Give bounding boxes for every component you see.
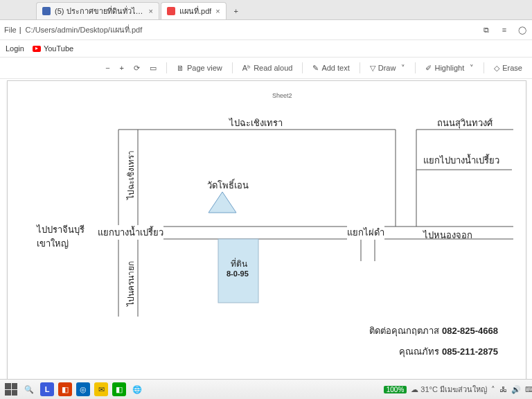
profile-icon[interactable]: ◯	[517, 24, 528, 35]
label-yaek-bang-nam-preaw: แยกบางน้ำเปรี้ยว	[98, 225, 163, 240]
tab-title: แผนที่.pdf	[179, 5, 211, 17]
chevron-down-icon: ˅	[401, 64, 405, 73]
pdf-toolbar: − + ⟳ ▭ 🗎Page view AᵇRead aloud ✎Add tex…	[0, 57, 532, 79]
reader-icon[interactable]: ≡	[499, 24, 510, 35]
taskbar-app-3[interactable]: ✉	[94, 382, 108, 396]
read-aloud-button[interactable]: AᵇRead aloud	[242, 64, 293, 73]
svg-marker-13	[209, 192, 236, 213]
tab-pdf[interactable]: แผนที่.pdf ×	[161, 2, 227, 19]
network-icon[interactable]: 🖧	[499, 385, 507, 393]
label-to-chachoengsao-vertical: ไปฉะเชิงเทรา	[124, 150, 137, 200]
start-button[interactable]	[4, 382, 18, 396]
pdf-icon	[167, 7, 175, 15]
youtube-icon	[33, 46, 41, 52]
pdf-page: Sheet2	[7, 80, 526, 380]
language-icon[interactable]: ⌨	[525, 385, 532, 394]
new-tab-button[interactable]: +	[228, 3, 245, 19]
chevron-down-icon: ˅	[470, 64, 474, 73]
zoom-out-button[interactable]: −	[105, 64, 109, 72]
label-to-nakhon-nayok-vertical: ไปนครนายก	[124, 261, 137, 306]
label-to-nong-chok: ไปหนองจอก	[423, 228, 472, 242]
facebook-icon	[42, 7, 51, 15]
erase-button[interactable]: ◇Erase	[494, 64, 522, 73]
favorites-bar: Login YouTube	[0, 40, 532, 57]
label-wat-pho-en: วัดโพธิ์เอน	[207, 178, 249, 193]
label-land: ที่ดิน	[231, 257, 247, 270]
collections-icon[interactable]: ⧉	[481, 24, 492, 35]
fav-login[interactable]: Login	[6, 44, 24, 53]
tab-strip: (5) ประกาศขายที่ดินทั่วไทย | Facebo × แผ…	[0, 0, 532, 20]
tab-title: (5) ประกาศขายที่ดินทั่วไทย | Facebo	[55, 5, 145, 17]
taskbar-app-4[interactable]: ◧	[112, 382, 126, 396]
add-text-button[interactable]: ✎Add text	[312, 64, 349, 73]
label-suwinthawong-rd: ถนนสุวินทวงศ์	[437, 116, 493, 130]
pdf-viewport[interactable]: Sheet2	[0, 79, 532, 382]
draw-button[interactable]: ▽Draw˅	[370, 64, 406, 73]
weather-widget[interactable]: ☁ 31°C มีเมฆส่วนใหญ่	[411, 383, 487, 396]
rotate-button[interactable]: ⟳	[134, 64, 140, 73]
highlight-button[interactable]: ✐Highlight˅	[425, 64, 474, 73]
label-yaek-to-bang-nam-preaw: แยกไปบางน้ำเปรี้ยว	[423, 153, 499, 168]
label-land-area: 8-0-95	[227, 269, 249, 278]
chevron-up-icon[interactable]: ˄	[491, 385, 495, 394]
label-to-chachoengsao: ไปฉะเชิงเทรา	[229, 116, 283, 130]
tab-facebook[interactable]: (5) ประกาศขายที่ดินทั่วไทย | Facebo ×	[36, 2, 159, 19]
url-text[interactable]: C:/Users/admin/Desktop/แผนที่.pdf	[26, 24, 474, 36]
fav-youtube[interactable]: YouTube	[33, 44, 73, 53]
page-view-button[interactable]: 🗎Page view	[177, 64, 222, 72]
label-to-prachinburi: ไปปราจีนบุรี	[37, 222, 85, 237]
taskbar-app-1[interactable]: L	[40, 382, 54, 396]
system-tray[interactable]: 100% ☁ 31°C มีเมฆส่วนใหญ่ ˄ 🖧 🔊 ⌨	[384, 383, 532, 396]
zoom-in-button[interactable]: +	[120, 64, 124, 72]
label-khao-yai: เขาใหญ่	[37, 236, 69, 251]
address-bar: File | C:/Users/admin/Desktop/แผนที่.pdf…	[0, 20, 532, 40]
label-yaek-phai-dam: แยกไผ่ดำ	[347, 225, 384, 240]
contact-line-2: คุณณภัทร 085-211-2875	[399, 344, 498, 359]
url-scheme-label: File	[4, 26, 17, 34]
volume-icon[interactable]: 🔊	[511, 385, 521, 394]
close-icon[interactable]: ×	[215, 7, 220, 15]
taskbar-app-chrome[interactable]: 🌐	[130, 382, 144, 396]
close-icon[interactable]: ×	[149, 7, 153, 15]
fit-button[interactable]: ▭	[150, 64, 157, 73]
taskbar: 🔍 L ◧ ◎ ✉ ◧ 🌐 100% ☁ 31°C มีเมฆส่วนใหญ่ …	[0, 379, 532, 399]
zoom-indicator[interactable]: 100%	[384, 386, 407, 393]
search-icon[interactable]: 🔍	[22, 382, 36, 396]
taskbar-app-2[interactable]: ◧	[58, 382, 72, 396]
contact-line-1: ติดต่อคุณกฤตภาส 082-825-4668	[369, 323, 498, 338]
taskbar-app-edge[interactable]: ◎	[76, 382, 90, 396]
